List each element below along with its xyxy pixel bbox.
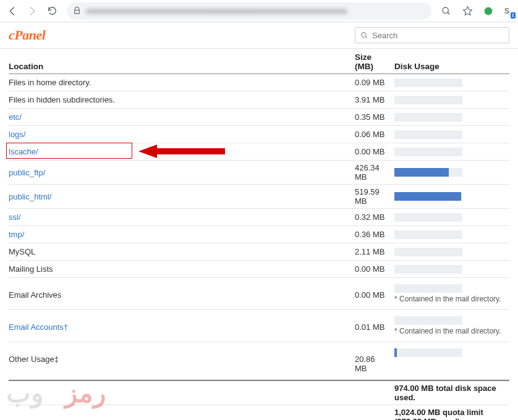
- disk-usage-table: Location Size (MB) Disk Usage Files in h…: [0, 49, 518, 420]
- usage-bar: [394, 130, 462, 139]
- size-cell: 0.00 MB: [355, 147, 394, 156]
- location-link[interactable]: Email Accounts†: [9, 322, 68, 332]
- table-row: Mailing Lists0.00 MB: [9, 261, 509, 278]
- search-input[interactable]: [372, 31, 504, 40]
- table-row: Email Accounts†0.01 MB* Contained in the…: [9, 310, 509, 342]
- extension-badge: 1: [511, 12, 516, 19]
- usage-bar-fill: [394, 348, 397, 357]
- usage-bar-fill: [394, 192, 461, 201]
- table-row: Other Usage‡20.86 MB: [9, 342, 509, 380]
- location-link[interactable]: etc/: [9, 112, 22, 122]
- size-cell: 0.00 MB: [355, 284, 394, 300]
- svg-point-1: [362, 32, 367, 37]
- size-cell: 426.34 MB: [355, 163, 394, 182]
- star-icon: [462, 6, 473, 16]
- usage-note: * Contained in the mail directory.: [394, 295, 509, 303]
- location-link[interactable]: tmp/: [9, 230, 24, 239]
- size-cell: 519.59 MB: [355, 187, 394, 206]
- table-row: tmp/0.36 MB: [9, 226, 509, 243]
- extension-label: S: [504, 7, 509, 15]
- arrow-left-icon: [7, 6, 18, 17]
- size-cell: 0.35 MB: [355, 112, 394, 122]
- col-header-usage: Disk Usage: [394, 62, 509, 71]
- usage-bar: [394, 78, 462, 87]
- table-row: Email Archives0.00 MB* Contained in the …: [9, 278, 509, 310]
- forward-button[interactable]: [23, 2, 41, 20]
- table-header-row: Location Size (MB) Disk Usage: [9, 49, 509, 74]
- summary-total: 974.00 MB total disk space used.: [394, 384, 509, 402]
- svg-point-0: [443, 7, 448, 13]
- table-row: Files in home directory.0.09 MB: [9, 74, 509, 91]
- back-button[interactable]: [4, 2, 21, 20]
- location-link[interactable]: ssl/: [9, 212, 21, 222]
- table-row: public_ftp/426.34 MB: [9, 161, 509, 185]
- size-cell: 0.01 MB: [355, 316, 394, 332]
- usage-bar: [394, 192, 462, 201]
- summary-total-row: 974.00 MB total disk space used.: [9, 380, 509, 405]
- table-row: public_html/519.59 MB: [9, 185, 509, 209]
- search-icon: [360, 32, 368, 40]
- summary-quota: 1,024.00 MB quota limit (973.99 MB used)…: [394, 408, 509, 420]
- size-cell: 0.09 MB: [355, 78, 394, 87]
- magnify-icon: [441, 6, 451, 16]
- address-bar[interactable]: xxxxxxxxxxxxxxxxxxxxxxxxxxxxxxxxxxxxxxxx…: [67, 2, 431, 20]
- usage-bar: [394, 348, 462, 357]
- usage-bar: [394, 284, 462, 293]
- table-row: ssl/0.32 MB: [9, 209, 509, 226]
- table-row: MySQL2.11 MB: [9, 243, 509, 261]
- lock-icon: [73, 7, 81, 15]
- profile-dot-icon: [484, 7, 493, 15]
- size-cell: 3.91 MB: [355, 95, 394, 104]
- browser-toolbar: xxxxxxxxxxxxxxxxxxxxxxxxxxxxxxxxxxxxxxxx…: [0, 0, 518, 22]
- size-cell: 0.06 MB: [355, 130, 394, 139]
- usage-bar: [394, 265, 462, 274]
- table-row: lscache/0.00 MB: [9, 143, 509, 161]
- location-text: MySQL: [9, 247, 35, 256]
- usage-bar: [394, 213, 462, 222]
- reload-button[interactable]: [43, 2, 61, 20]
- profile-indicator[interactable]: [480, 2, 497, 20]
- size-cell: 0.00 MB: [355, 264, 394, 274]
- size-cell: 0.32 MB: [355, 212, 394, 222]
- location-text: Email Archives: [9, 290, 61, 300]
- table-row: Files in hidden subdirectories.3.91 MB: [9, 91, 509, 109]
- location-text: Mailing Lists: [9, 264, 53, 274]
- location-link[interactable]: logs/: [9, 130, 25, 139]
- cpanel-logo: cPanel: [9, 27, 45, 43]
- zoom-button[interactable]: [438, 2, 455, 20]
- usage-bar-fill: [394, 168, 449, 177]
- col-header-location: Location: [9, 62, 355, 71]
- size-cell: 2.11 MB: [355, 247, 394, 256]
- location-text: Files in hidden subdirectories.: [9, 95, 115, 104]
- extension-button[interactable]: S 1: [501, 5, 513, 17]
- table-row: etc/0.35 MB: [9, 109, 509, 126]
- size-cell: 0.36 MB: [355, 230, 394, 239]
- usage-bar: [394, 230, 462, 239]
- location-link[interactable]: lscache/: [9, 147, 38, 156]
- location-text: Files in home directory.: [9, 78, 91, 87]
- arrow-right-icon: [27, 6, 38, 17]
- location-link[interactable]: public_html/: [9, 192, 51, 201]
- summary-quota-row: 1,024.00 MB quota limit (973.99 MB used)…: [9, 405, 509, 420]
- usage-bar: [394, 168, 462, 177]
- bookmark-button[interactable]: [459, 2, 476, 20]
- usage-bar: [394, 113, 462, 122]
- usage-bar: [394, 148, 462, 156]
- usage-bar: [394, 316, 462, 325]
- url-text: xxxxxxxxxxxxxxxxxxxxxxxxxxxxxxxxxxxxxxxx…: [86, 6, 347, 15]
- cpanel-header: cPanel: [0, 22, 518, 49]
- location-text: Other Usage‡: [9, 355, 59, 364]
- col-header-size: Size (MB): [355, 52, 394, 71]
- reload-icon: [47, 6, 57, 16]
- search-box[interactable]: [355, 27, 509, 43]
- usage-bar: [394, 248, 462, 256]
- usage-bar: [394, 96, 462, 104]
- table-row: logs/0.06 MB: [9, 126, 509, 143]
- usage-note: * Contained in the mail directory.: [394, 327, 509, 335]
- size-cell: 20.86 MB: [355, 348, 394, 373]
- location-link[interactable]: public_ftp/: [9, 168, 45, 177]
